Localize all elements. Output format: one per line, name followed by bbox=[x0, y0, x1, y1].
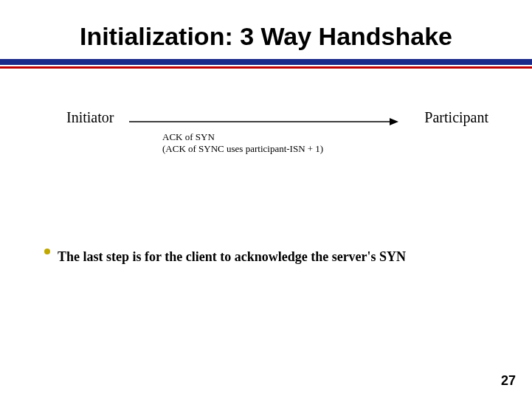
bullet-item: The last step is for the client to ackno… bbox=[44, 249, 502, 265]
bullet-dot-icon bbox=[44, 249, 50, 254]
arrow-icon bbox=[129, 117, 398, 127]
arrow-caption: ACK of SYN (ACK of SYNC uses participant… bbox=[162, 131, 323, 156]
slide: Initialization: 3 Way Handshake Initiato… bbox=[0, 0, 532, 399]
bullet-text: The last step is for the client to ackno… bbox=[58, 249, 406, 264]
arrow-caption-line2: (ACK of SYNC uses participant-ISN + 1) bbox=[162, 143, 323, 154]
underline-blue bbox=[0, 59, 532, 65]
initiator-label: Initiator bbox=[66, 109, 114, 126]
svg-marker-1 bbox=[390, 118, 398, 125]
title-underline bbox=[0, 59, 532, 69]
slide-title: Initialization: 3 Way Handshake bbox=[0, 22, 532, 51]
handshake-diagram: Initiator Participant ACK of SYN (ACK of… bbox=[66, 109, 480, 168]
arrow-caption-line1: ACK of SYN bbox=[162, 131, 215, 142]
participant-label: Participant bbox=[424, 109, 488, 126]
underline-red bbox=[0, 66, 532, 69]
page-number: 27 bbox=[501, 373, 516, 389]
